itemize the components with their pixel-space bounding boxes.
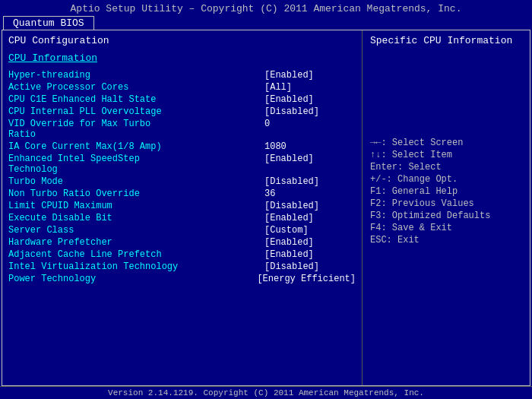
setting-value: [Enabled] bbox=[264, 237, 356, 248]
setting-value: [Disabled] bbox=[264, 106, 356, 117]
setting-row[interactable]: Hyper-threading[Enabled] bbox=[8, 70, 356, 81]
setting-row[interactable]: Turbo Mode[Disabled] bbox=[8, 176, 356, 187]
setting-value: 36 bbox=[264, 188, 356, 199]
setting-value: [Enabled] bbox=[264, 213, 356, 223]
setting-name: CPU C1E Enhanced Halt State bbox=[8, 94, 156, 105]
setting-value: [Disabled] bbox=[264, 261, 356, 272]
help-item: F4: Save & Exit bbox=[370, 223, 522, 233]
setting-name: Power Technology bbox=[8, 274, 96, 284]
setting-name: Intel Virtualization Technology bbox=[8, 261, 178, 272]
setting-row[interactable]: Active Processor Cores[All] bbox=[8, 82, 356, 93]
help-item: →←: Select Screen bbox=[370, 138, 522, 148]
setting-name: Execute Disable Bit bbox=[8, 213, 112, 223]
setting-name: Turbo Mode bbox=[8, 176, 63, 187]
settings-list: Hyper-threading[Enabled]Active Processor… bbox=[8, 70, 356, 284]
setting-name: Hardware Prefetcher bbox=[8, 237, 112, 248]
setting-value: [Custom] bbox=[264, 225, 356, 236]
active-tab[interactable]: Quantum BIOS bbox=[3, 16, 94, 30]
setting-row[interactable]: Power Technology[Energy Efficient] bbox=[8, 274, 356, 284]
setting-value: [Enabled] bbox=[264, 249, 356, 260]
setting-value: [Enabled] bbox=[264, 70, 356, 81]
setting-row[interactable]: Adjacent Cache Line Prefetch[Enabled] bbox=[8, 249, 356, 260]
setting-row[interactable]: Non Turbo Ratio Override36 bbox=[8, 188, 356, 199]
setting-value: 0 bbox=[264, 119, 356, 140]
right-panel-title: Specific CPU Information bbox=[370, 35, 522, 46]
setting-row[interactable]: Server Class[Custom] bbox=[8, 225, 356, 236]
setting-value: [Disabled] bbox=[264, 176, 356, 187]
setting-name: Limit CPUID Maximum bbox=[8, 201, 112, 211]
cpu-info-label: CPU Information bbox=[8, 52, 356, 64]
setting-name: CPU Internal PLL Overvoltage bbox=[8, 106, 162, 117]
help-item: +/-: Change Opt. bbox=[370, 174, 522, 185]
setting-name: VID Override for Max Turbo Ratio bbox=[8, 119, 183, 140]
setting-name: Active Processor Cores bbox=[8, 82, 128, 93]
setting-row[interactable]: Hardware Prefetcher[Enabled] bbox=[8, 237, 356, 248]
setting-name: Server Class bbox=[8, 225, 74, 236]
setting-value: [All] bbox=[264, 82, 356, 93]
help-item: F2: Previous Values bbox=[370, 198, 522, 209]
section-title: CPU Configuration bbox=[8, 35, 356, 46]
setting-row[interactable]: Enhanced Intel SpeedStep Technolog[Enabl… bbox=[8, 154, 356, 175]
footer-text: Version 2.14.1219. Copyright (C) 2011 Am… bbox=[108, 388, 424, 397]
setting-row[interactable]: CPU C1E Enhanced Halt State[Enabled] bbox=[8, 94, 356, 105]
setting-row[interactable]: Intel Virtualization Technology[Disabled… bbox=[8, 261, 356, 272]
help-item: Enter: Select bbox=[370, 162, 522, 173]
help-item: ESC: Exit bbox=[370, 235, 522, 245]
setting-name: Enhanced Intel SpeedStep Technolog bbox=[8, 154, 183, 175]
setting-row[interactable]: CPU Internal PLL Overvoltage[Disabled] bbox=[8, 106, 356, 117]
setting-row[interactable]: Execute Disable Bit[Enabled] bbox=[8, 213, 356, 223]
setting-value: [Disabled] bbox=[264, 201, 356, 211]
setting-name: IA Core Current Max(1/8 Amp) bbox=[8, 141, 162, 152]
help-item: ↑↓: Select Item bbox=[370, 150, 522, 160]
setting-value: [Enabled] bbox=[264, 154, 356, 175]
setting-value: [Energy Efficient] bbox=[257, 274, 356, 284]
setting-value: [Enabled] bbox=[264, 94, 356, 105]
help-item: F1: General Help bbox=[370, 186, 522, 197]
setting-value: 1080 bbox=[264, 141, 356, 152]
setting-name: Adjacent Cache Line Prefetch bbox=[8, 249, 162, 260]
help-items: →←: Select Screen↑↓: Select ItemEnter: S… bbox=[370, 138, 522, 245]
setting-row[interactable]: VID Override for Max Turbo Ratio0 bbox=[8, 119, 356, 140]
setting-row[interactable]: Limit CPUID Maximum[Disabled] bbox=[8, 201, 356, 211]
setting-name: Hyper-threading bbox=[8, 70, 90, 81]
setting-row[interactable]: IA Core Current Max(1/8 Amp)1080 bbox=[8, 141, 356, 152]
help-item: F3: Optimized Defaults bbox=[370, 211, 522, 221]
header-title: Aptio Setup Utility – Copyright (C) 2011… bbox=[71, 3, 462, 14]
setting-name: Non Turbo Ratio Override bbox=[8, 188, 140, 199]
